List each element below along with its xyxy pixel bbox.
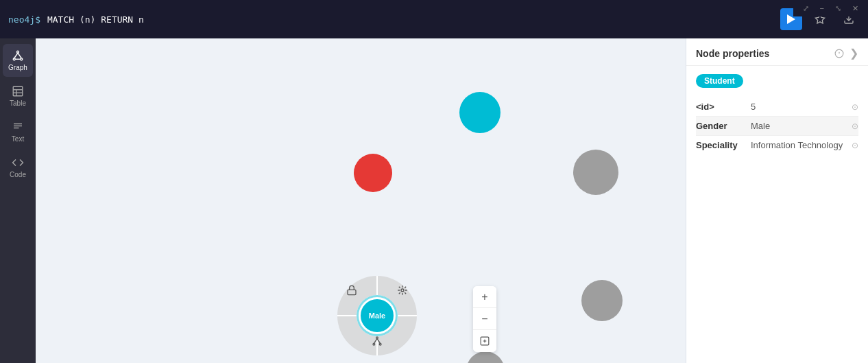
ring-action-lock[interactable] (341, 280, 362, 301)
panel-collapse-button[interactable]: ❯ (849, 47, 858, 60)
zoom-controls: + − (473, 286, 496, 352)
graph-icon (12, 49, 24, 62)
svg-point-5 (21, 58, 23, 60)
sidebar-label-table: Table (10, 99, 26, 107)
sidebar-label-code: Code (10, 171, 26, 178)
property-row-gender: Gender Male ⊙ (696, 117, 858, 136)
sidebar: Graph Table Text Code (0, 38, 36, 363)
copy-speciality-button[interactable]: ⊙ (852, 141, 858, 150)
prop-val-id: 5 (751, 102, 847, 112)
query-text[interactable]: MATCH (n) RETURN n (47, 14, 144, 25)
svg-point-24 (379, 343, 381, 345)
copy-gender-button[interactable]: ⊙ (852, 121, 858, 131)
node-type-badge[interactable]: Student (696, 74, 743, 88)
sidebar-label-text: Text (12, 135, 24, 143)
svg-line-26 (377, 339, 381, 344)
zoom-in-button[interactable]: + (473, 286, 496, 308)
expand-ring-icon (397, 285, 408, 296)
node-red[interactable] (354, 154, 392, 192)
svg-rect-20 (348, 290, 356, 294)
svg-point-23 (373, 343, 375, 345)
lock-icon (346, 285, 357, 296)
panel-header: Node properties ❯ (686, 38, 868, 66)
svg-point-22 (376, 337, 378, 339)
svg-line-25 (374, 339, 377, 344)
zoom-reset-button[interactable] (473, 330, 496, 352)
svg-point-21 (401, 289, 404, 292)
node-gray-1[interactable] (573, 150, 618, 195)
prompt-label: neo4j$ (8, 14, 40, 25)
svg-point-3 (17, 51, 19, 53)
expand-button[interactable]: ⤡ (832, 3, 844, 14)
window-controls: ⤢ − ⤡ ✕ (793, 0, 868, 16)
svg-line-6 (14, 53, 18, 58)
topbar: neo4j$ MATCH (n) RETURN n (0, 0, 868, 38)
close-button[interactable]: ✕ (849, 3, 861, 14)
ring-center-node[interactable]: Male (359, 297, 396, 334)
pin-button[interactable]: ⤢ (800, 3, 812, 14)
node-gray-2[interactable] (581, 280, 623, 321)
prop-key-gender: Gender (696, 121, 751, 131)
main-layout: Graph Table Text Code (0, 38, 868, 363)
panel-content: Student <id> 5 ⊙ Gender Male ⊙ Specialit… (686, 66, 868, 363)
copy-id-button[interactable]: ⊙ (852, 102, 858, 112)
context-ring-menu[interactable]: Male (336, 274, 418, 357)
svg-point-4 (13, 58, 15, 60)
panel-title: Node properties (696, 48, 769, 59)
node-properties-panel: Node properties ❯ Student <id> 5 ⊙ Gende… (686, 38, 868, 363)
fit-icon (480, 336, 490, 346)
sidebar-item-table[interactable]: Table (3, 80, 33, 113)
sidebar-label-graph: Graph (8, 64, 27, 71)
node-gray-3[interactable] (466, 351, 505, 363)
graph-canvas[interactable]: Male + (36, 38, 686, 363)
code-icon (12, 156, 24, 169)
node-cyan[interactable] (459, 92, 501, 133)
sidebar-item-code[interactable]: Code (3, 151, 33, 184)
text-icon (12, 121, 24, 133)
panel-header-icons: ❯ (834, 47, 858, 60)
prop-key-id: <id> (696, 102, 751, 112)
network-icon (372, 336, 383, 347)
ring-action-expand[interactable] (392, 280, 413, 301)
sidebar-item-graph[interactable]: Graph (3, 44, 33, 77)
svg-line-7 (18, 53, 21, 58)
prop-val-gender: Male (751, 121, 847, 131)
table-icon (12, 85, 24, 97)
prop-val-speciality: Information Technology (751, 140, 847, 150)
ring-center-label: Male (369, 312, 385, 320)
property-row-speciality: Speciality Information Technology ⊙ (696, 136, 858, 154)
sidebar-item-text[interactable]: Text (3, 115, 33, 148)
prop-key-speciality: Speciality (696, 140, 751, 150)
svg-rect-9 (13, 86, 23, 96)
property-row-id: <id> 5 ⊙ (696, 97, 858, 117)
minimize-button[interactable]: − (817, 3, 827, 14)
info-icon[interactable] (834, 49, 844, 58)
zoom-out-button[interactable]: − (473, 308, 496, 330)
